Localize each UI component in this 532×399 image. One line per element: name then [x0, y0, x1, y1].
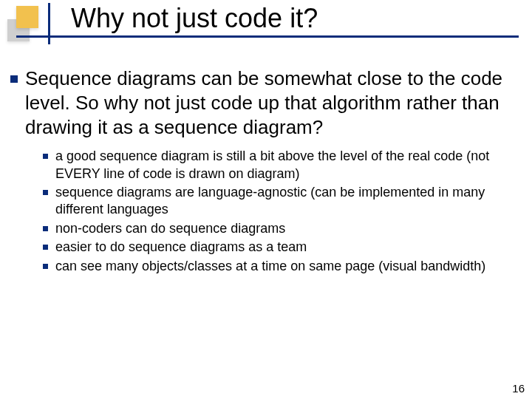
slide: Why not just code it? Sequence diagrams … — [0, 0, 532, 399]
list-item: a good sequence diagram is still a bit a… — [43, 148, 519, 183]
square-bullet-icon — [43, 245, 48, 250]
list-item: sequence diagrams are language-agnostic … — [43, 184, 519, 219]
ornament-square-gray — [7, 19, 30, 41]
square-bullet-icon — [43, 264, 48, 269]
corner-ornament — [7, 6, 58, 43]
square-bullet-icon — [43, 154, 48, 159]
sub-bullet-text: sequence diagrams are language-agnostic … — [55, 184, 519, 219]
sub-list: a good sequence diagram is still a bit a… — [43, 148, 519, 275]
list-item: easier to do sequence diagrams as a team — [43, 239, 519, 256]
ornament-square-gold — [16, 6, 38, 28]
slide-title: Why not just code it? — [71, 3, 318, 34]
square-bullet-icon — [10, 75, 18, 83]
square-bullet-icon — [43, 190, 48, 195]
list-item: non-coders can do sequence diagrams — [43, 220, 519, 237]
slide-body: Sequence diagrams can be somewhat close … — [10, 66, 519, 276]
sub-bullet-text: non-coders can do sequence diagrams — [55, 220, 285, 237]
sub-bullet-text: a good sequence diagram is still a bit a… — [55, 148, 519, 183]
title-underline — [16, 35, 519, 38]
sub-bullet-text: easier to do sequence diagrams as a team — [55, 239, 307, 256]
page-number: 16 — [512, 382, 525, 395]
main-paragraph: Sequence diagrams can be somewhat close … — [25, 66, 519, 139]
square-bullet-icon — [43, 226, 48, 231]
ornament-line-vertical — [48, 3, 50, 44]
sub-bullet-text: can see many objects/classes at a time o… — [55, 258, 485, 275]
list-item: can see many objects/classes at a time o… — [43, 258, 519, 275]
list-item: Sequence diagrams can be somewhat close … — [10, 66, 519, 139]
